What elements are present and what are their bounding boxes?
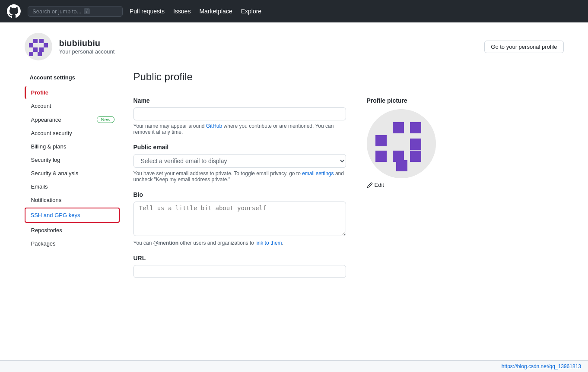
search-box[interactable]: Search or jump to... /	[28, 6, 123, 17]
svg-rect-15	[410, 151, 421, 162]
sidebar-item-security-log-label: Security log	[31, 157, 60, 163]
svg-rect-8	[38, 52, 42, 56]
svg-rect-5	[33, 47, 38, 52]
sidebar-item-emails[interactable]: Emails	[25, 180, 120, 193]
github-link[interactable]: GitHub	[206, 123, 222, 129]
sidebar: Account settings Profile Account Appeara…	[25, 71, 120, 287]
sidebar-item-notifications-label: Notifications	[31, 197, 62, 203]
svg-rect-12	[375, 135, 387, 146]
sidebar-item-packages-label: Packages	[31, 240, 56, 247]
page-title: Public profile	[133, 71, 453, 90]
user-subtitle: Your personal account	[59, 48, 115, 55]
nav-marketplace[interactable]: Marketplace	[199, 8, 232, 15]
sidebar-item-billing-label: Billing & plans	[31, 143, 67, 150]
sidebar-item-appearance[interactable]: Appearance New	[25, 113, 120, 126]
svg-rect-17	[396, 160, 407, 171]
sidebar-item-account-security[interactable]: Account security	[25, 126, 120, 140]
user-info: biubiiubiu Your personal account	[59, 38, 115, 55]
url-group: URL	[133, 255, 346, 278]
profile-picture-circle	[367, 109, 436, 178]
user-header: biubiiubiu Your personal account Go to y…	[25, 33, 564, 60]
sidebar-item-account[interactable]: Account	[25, 99, 120, 113]
svg-rect-2	[39, 39, 44, 43]
svg-rect-10	[393, 122, 404, 133]
nav-issues[interactable]: Issues	[173, 8, 191, 15]
name-label: Name	[133, 97, 346, 104]
link-to-them-link[interactable]: link to them	[255, 240, 282, 246]
topnav-links: Pull requests Issues Marketplace Explore	[130, 8, 261, 15]
username: biubiiubiu	[59, 38, 115, 48]
bio-hint: You can @mention other users and organiz…	[133, 240, 346, 246]
bio-group: Bio You can @mention other users and org…	[133, 191, 346, 246]
svg-rect-16	[375, 151, 387, 162]
sidebar-item-packages[interactable]: Packages	[25, 237, 120, 250]
svg-rect-0	[25, 33, 52, 60]
edit-profile-pic-button[interactable]: Edit	[367, 182, 453, 188]
form-area: Public profile Name Your name may appear…	[133, 71, 453, 287]
form-fields: Name Your name may appear around GitHub …	[133, 97, 346, 287]
profile-avatar-image	[367, 109, 436, 178]
svg-rect-7	[29, 52, 33, 56]
svg-rect-3	[29, 43, 33, 47]
bio-input[interactable]	[133, 202, 346, 236]
cmd-shortcut: /	[84, 8, 89, 14]
sidebar-item-appearance-label: Appearance	[31, 117, 61, 123]
sidebar-item-billing[interactable]: Billing & plans	[25, 140, 120, 153]
sidebar-item-emails-label: Emails	[31, 183, 48, 190]
url-input[interactable]	[133, 265, 346, 278]
nav-explore[interactable]: Explore	[241, 8, 261, 15]
svg-rect-1	[33, 39, 38, 43]
email-settings-link[interactable]: email settings	[302, 170, 334, 177]
page-wrapper: biubiiubiu Your personal account Go to y…	[18, 22, 571, 297]
svg-rect-4	[44, 43, 48, 47]
name-hint: Your name may appear around GitHub where…	[133, 123, 346, 135]
sidebar-item-security-analysis-label: Security & analysis	[31, 170, 79, 177]
sidebar-item-repositories-label: Repositories	[31, 227, 62, 233]
nav-pull-requests[interactable]: Pull requests	[130, 8, 165, 15]
sidebar-item-security-analysis[interactable]: Security & analysis	[25, 167, 120, 180]
user-header-left: biubiiubiu Your personal account	[25, 33, 115, 60]
public-email-select[interactable]: Select a verified email to display	[133, 154, 346, 168]
url-label: URL	[133, 255, 346, 262]
form-with-pic: Name Your name may appear around GitHub …	[133, 97, 453, 287]
top-navigation: Search or jump to... / Pull requests Iss…	[0, 0, 588, 22]
profile-picture-title: Profile picture	[367, 97, 453, 104]
svg-rect-11	[410, 122, 421, 133]
search-placeholder-text: Search or jump to...	[32, 8, 81, 15]
bio-label: Bio	[133, 191, 346, 198]
edit-label: Edit	[375, 182, 384, 188]
avatar	[25, 33, 52, 60]
name-group: Name Your name may appear around GitHub …	[133, 97, 346, 135]
sidebar-item-repositories[interactable]: Repositories	[25, 224, 120, 237]
public-email-label: Public email	[133, 144, 346, 151]
public-email-hint: You have set your email address to priva…	[133, 170, 346, 183]
sidebar-item-account-label: Account	[31, 103, 51, 109]
sidebar-item-profile[interactable]: Profile	[25, 86, 120, 99]
pencil-icon	[367, 182, 373, 188]
profile-pic-section: Profile picture	[367, 97, 453, 287]
svg-rect-13	[410, 139, 421, 150]
sidebar-item-ssh-gpg[interactable]: SSH and GPG keys	[25, 208, 120, 223]
avatar-image	[25, 33, 52, 60]
github-logo-icon[interactable]	[7, 4, 21, 18]
sidebar-item-account-security-label: Account security	[31, 130, 72, 136]
svg-rect-6	[39, 47, 44, 52]
sidebar-item-notifications[interactable]: Notifications	[25, 193, 120, 207]
go-to-profile-button[interactable]: Go to your personal profile	[484, 41, 563, 53]
main-content: Account settings Profile Account Appeara…	[25, 71, 564, 287]
public-email-group: Public email Select a verified email to …	[133, 144, 346, 183]
sidebar-section-title: Account settings	[25, 71, 120, 84]
mention-text: @mention	[153, 240, 178, 246]
sidebar-item-ssh-gpg-label: SSH and GPG keys	[31, 212, 80, 218]
sidebar-item-profile-label: Profile	[31, 89, 48, 96]
appearance-new-badge: New	[97, 116, 114, 123]
sidebar-item-security-log[interactable]: Security log	[25, 153, 120, 167]
name-input[interactable]	[133, 107, 346, 120]
